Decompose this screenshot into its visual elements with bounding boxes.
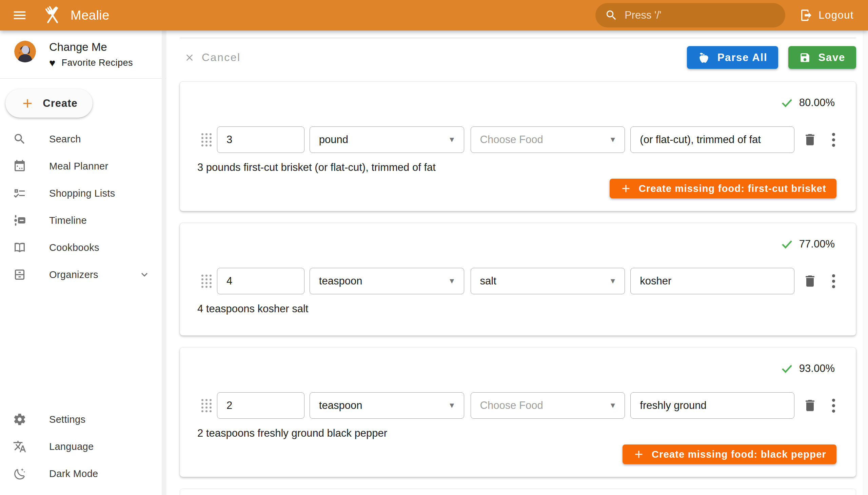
drag-handle[interactable] bbox=[201, 275, 211, 288]
hamburger-menu-icon[interactable] bbox=[12, 7, 28, 23]
app-title: Mealie bbox=[70, 8, 109, 23]
avatar bbox=[14, 41, 36, 62]
cancel-button[interactable]: Cancel bbox=[184, 51, 241, 64]
create-label: Create bbox=[43, 97, 78, 109]
sidebar-item-label: Meal Planner bbox=[49, 161, 108, 172]
ingredient-card: 80.00% 3 pound▼ Choose Food▼ (or flat-cu… bbox=[180, 81, 856, 211]
ingredient-fields-row: 4 teaspoon▼ salt▼ kosher bbox=[201, 268, 837, 294]
create-missing-food-button[interactable]: Create missing food: first-cut brisket bbox=[610, 179, 836, 198]
amount-field[interactable]: 3 bbox=[217, 126, 305, 153]
parse-all-button[interactable]: Parse All bbox=[687, 46, 779, 69]
ingredient-list: 80.00% 3 pound▼ Choose Food▼ (or flat-cu… bbox=[167, 69, 868, 495]
moon-icon bbox=[13, 467, 27, 480]
food-select[interactable]: salt▼ bbox=[471, 268, 625, 294]
book-icon bbox=[13, 241, 27, 254]
save-button[interactable]: Save bbox=[788, 46, 856, 69]
confidence-value: 93.00% bbox=[799, 362, 835, 375]
sidebar-scrollbar[interactable] bbox=[162, 31, 166, 495]
sidebar-item-meal-planner[interactable]: Meal Planner bbox=[0, 153, 166, 180]
dropdown-arrow-icon: ▼ bbox=[444, 135, 456, 144]
sidebar-nav: Search Meal Planner Shopping Lists Timel… bbox=[0, 125, 166, 288]
sidebar-item-organizers[interactable]: Organizers bbox=[0, 261, 166, 288]
search-icon bbox=[13, 132, 27, 146]
checklist-icon bbox=[13, 186, 27, 200]
close-icon bbox=[184, 52, 195, 63]
plus-icon bbox=[620, 183, 632, 194]
more-menu-button[interactable] bbox=[830, 272, 837, 290]
search-icon bbox=[605, 9, 618, 22]
calendar-icon bbox=[13, 159, 27, 173]
logout-icon bbox=[800, 8, 813, 22]
sidebar-item-timeline[interactable]: Timeline bbox=[0, 207, 166, 234]
search-placeholder: Press '/' bbox=[625, 9, 661, 21]
logout-button[interactable]: Logout bbox=[800, 8, 854, 22]
user-meta: Change Me ♥ Favorite Recipes bbox=[49, 41, 133, 68]
note-field[interactable]: (or flat-cut), trimmed of fat bbox=[630, 126, 795, 153]
sidebar-item-label: Dark Mode bbox=[49, 468, 98, 479]
sidebar-item-label: Cookbooks bbox=[49, 242, 99, 253]
parser-toolbar: Cancel Parse All Save bbox=[167, 31, 868, 69]
main-scrollbar[interactable] bbox=[863, 31, 868, 495]
drag-handle[interactable] bbox=[201, 399, 211, 412]
trash-icon bbox=[803, 398, 817, 413]
note-field[interactable]: freshly ground bbox=[630, 392, 795, 419]
favorite-recipes-link[interactable]: ♥ Favorite Recipes bbox=[49, 58, 133, 68]
parse-all-label: Parse All bbox=[717, 52, 768, 64]
card-actions: Create missing food: first-cut brisket bbox=[180, 174, 856, 198]
unit-select[interactable]: pound▼ bbox=[310, 126, 464, 153]
unit-select[interactable]: teaspoon▼ bbox=[310, 268, 464, 294]
timeline-icon bbox=[13, 214, 27, 227]
delete-button[interactable] bbox=[802, 273, 818, 290]
gear-icon bbox=[13, 413, 27, 426]
sidebar-item-cookbooks[interactable]: Cookbooks bbox=[0, 234, 166, 261]
note-field[interactable]: kosher bbox=[630, 268, 795, 294]
amount-field[interactable]: 4 bbox=[217, 268, 305, 294]
ingredient-fields-row: 2 teaspoon▼ Choose Food▼ freshly ground bbox=[201, 392, 837, 419]
chevron-down-icon bbox=[138, 269, 151, 281]
search-input[interactable]: Press '/' bbox=[595, 3, 785, 28]
mealie-app: Mealie Press '/' Logout Change Me bbox=[0, 0, 868, 495]
delete-button[interactable] bbox=[802, 131, 818, 148]
confidence-value: 77.00% bbox=[799, 238, 835, 250]
sidebar-item-label: Search bbox=[49, 134, 81, 145]
more-menu-button[interactable] bbox=[830, 396, 837, 415]
main-content: Cancel Parse All Save 80.00% bbox=[167, 31, 868, 495]
sidebar-item-search[interactable]: Search bbox=[0, 125, 166, 153]
user-profile-card[interactable]: Change Me ♥ Favorite Recipes bbox=[0, 31, 166, 68]
drawer-icon bbox=[13, 268, 27, 281]
confidence-badge: 77.00% bbox=[180, 223, 856, 251]
app-header: Mealie Press '/' Logout bbox=[0, 0, 868, 31]
sidebar-footer: Settings Language Dark Mode bbox=[0, 406, 166, 487]
create-button[interactable]: Create bbox=[5, 89, 92, 118]
food-select[interactable]: Choose Food▼ bbox=[471, 126, 625, 153]
translate-icon bbox=[13, 440, 27, 453]
sidebar-item-settings[interactable]: Settings bbox=[0, 406, 166, 433]
mealie-logo-icon[interactable] bbox=[42, 5, 63, 26]
confidence-value: 80.00% bbox=[799, 97, 835, 109]
unit-select[interactable]: teaspoon▼ bbox=[310, 392, 464, 419]
create-missing-food-button[interactable]: Create missing food: black pepper bbox=[623, 444, 836, 464]
dropdown-arrow-icon: ▼ bbox=[444, 401, 456, 410]
sidebar-item-dark-mode[interactable]: Dark Mode bbox=[0, 460, 166, 487]
trash-icon bbox=[803, 274, 817, 289]
drag-handle[interactable] bbox=[201, 133, 211, 147]
sidebar-item-shopping-lists[interactable]: Shopping Lists bbox=[0, 180, 166, 207]
save-label: Save bbox=[818, 52, 845, 64]
dropdown-arrow-icon: ▼ bbox=[605, 277, 617, 286]
check-icon bbox=[780, 362, 794, 375]
food-select[interactable]: Choose Food▼ bbox=[471, 392, 625, 419]
delete-button[interactable] bbox=[802, 397, 818, 414]
sidebar-divider bbox=[0, 78, 166, 79]
amount-field[interactable]: 2 bbox=[217, 392, 305, 419]
original-ingredient-text: 4 teaspoons kosher salt bbox=[197, 303, 835, 315]
save-icon bbox=[799, 52, 811, 63]
logout-label: Logout bbox=[818, 9, 854, 21]
sidebar-item-language[interactable]: Language bbox=[0, 433, 166, 460]
card-actions: Create missing food: black pepper bbox=[180, 439, 856, 464]
trash-icon bbox=[803, 132, 817, 147]
ingredient-card: 77.00% 4 teaspoon▼ salt▼ kosher 4 teaspo… bbox=[180, 223, 856, 336]
more-menu-button[interactable] bbox=[830, 131, 837, 149]
dropdown-arrow-icon: ▼ bbox=[605, 401, 617, 410]
check-icon bbox=[780, 96, 794, 109]
sidebar-item-label: Shopping Lists bbox=[49, 188, 115, 199]
